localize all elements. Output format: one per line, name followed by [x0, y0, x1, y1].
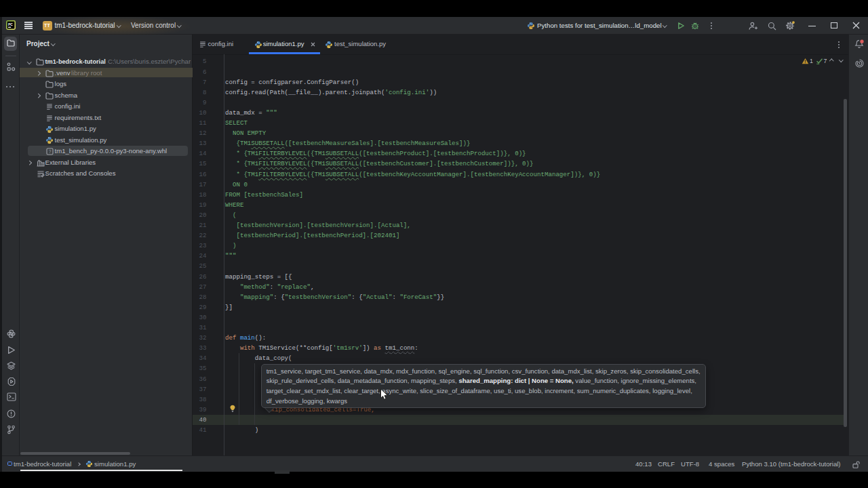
svg-text:PC: PC — [8, 22, 13, 26]
